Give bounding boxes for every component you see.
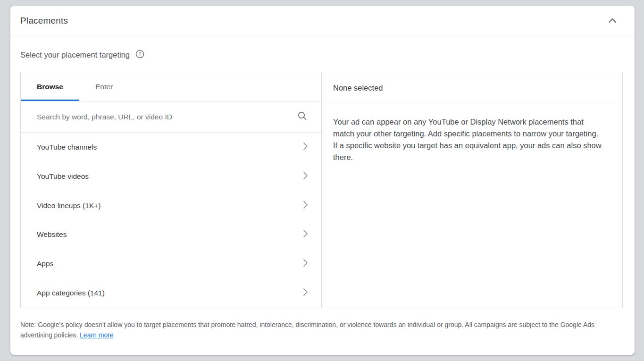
section-label: Select your placement targeting: [20, 50, 130, 59]
list-item-app-categories[interactable]: App categories (141): [21, 278, 321, 308]
list-item-label: YouTube videos: [37, 172, 89, 181]
list-item-label: Apps: [37, 260, 53, 268]
chevron-right-icon: [303, 171, 308, 182]
chevron-right-icon: [303, 142, 308, 152]
selection-description: Your ad can appear on any YouTube or Dis…: [333, 116, 603, 163]
chevron-right-icon: [303, 259, 308, 269]
list-item-video-lineups[interactable]: Video lineups (1K+): [21, 191, 321, 220]
policy-note: Note: Google's policy doesn't allow you …: [20, 319, 624, 340]
list-item-youtube-channels[interactable]: YouTube channels: [21, 133, 321, 162]
search-icon: [297, 111, 307, 123]
card-body: Select your placement targeting ? Browse…: [10, 50, 635, 340]
list-item-youtube-videos[interactable]: YouTube videos: [21, 162, 321, 191]
tab-browse[interactable]: Browse: [21, 72, 79, 101]
tab-bar: Browse Enter: [21, 72, 321, 101]
list-item-apps[interactable]: Apps: [21, 249, 321, 278]
placement-picker: Browse Enter YouTube channels: [20, 72, 623, 308]
list-item-label: YouTube channels: [37, 143, 97, 151]
help-button[interactable]: ?: [135, 50, 144, 60]
list-item-label: Websites: [37, 230, 67, 239]
list-item-label: Video lineups (1K+): [37, 201, 100, 210]
list-item-label: App categories (141): [37, 289, 105, 297]
learn-more-link[interactable]: Learn more: [80, 331, 114, 339]
chevron-right-icon: [303, 288, 308, 298]
chevron-right-icon: [303, 201, 308, 211]
search-input[interactable]: [37, 113, 297, 121]
card-header: Placements: [10, 6, 635, 36]
list-item-websites[interactable]: Websites: [21, 220, 321, 249]
browse-list: YouTube channels YouTube videos Video li…: [21, 133, 321, 308]
search-row: [21, 101, 321, 133]
page-title: Placements: [20, 16, 68, 26]
chevron-up-icon: [608, 17, 617, 25]
collapse-button[interactable]: [606, 14, 619, 27]
help-icon: ?: [135, 50, 144, 60]
selection-status: None selected: [322, 72, 622, 104]
selection-panel: None selected Your ad can appear on any …: [322, 72, 622, 308]
placements-card: Placements Select your placement targeti…: [10, 6, 635, 355]
chevron-right-icon: [303, 229, 308, 240]
browse-panel: Browse Enter YouTube channels: [21, 72, 322, 308]
tab-enter[interactable]: Enter: [79, 72, 129, 101]
svg-text:?: ?: [139, 51, 142, 57]
subtitle-row: Select your placement targeting ?: [20, 50, 625, 60]
